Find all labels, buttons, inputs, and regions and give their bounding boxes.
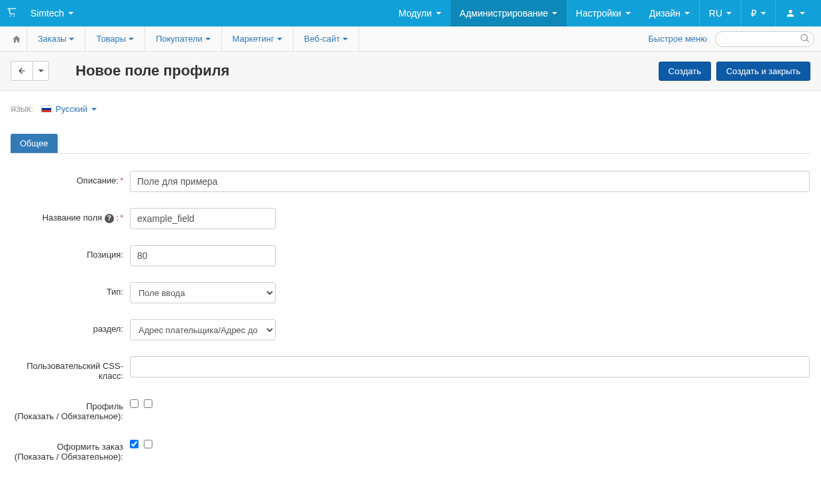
caret-icon [800, 12, 805, 15]
top-bar: Simtech Модули Администрирование Настрой… [0, 0, 821, 26]
caret-icon [626, 12, 631, 15]
search-icon[interactable] [800, 33, 810, 46]
nav-currency[interactable]: ₽ [741, 0, 775, 26]
create-button[interactable]: Создать [659, 62, 711, 81]
checkout-required-checkbox[interactable] [144, 440, 152, 448]
arrow-left-icon [17, 66, 27, 76]
label-field-name: Название поля ? :* [11, 208, 130, 223]
caret-icon [343, 38, 348, 40]
brand-label: Simtech [30, 8, 64, 19]
section-select[interactable]: Адрес плательщика/Адрес до [130, 319, 276, 340]
user-icon [785, 8, 796, 19]
checkout-show-checkbox[interactable] [130, 440, 138, 448]
label-profile: Профиль (Показать / Обязательное): [11, 397, 130, 421]
nav-modules[interactable]: Модули [389, 0, 450, 26]
sub-nav: Заказы Товары Покупатели Маркетинг Веб-с… [27, 26, 359, 52]
cart-icon [7, 7, 17, 20]
caret-icon [129, 38, 134, 40]
caret-icon [68, 12, 74, 15]
caret-icon [436, 12, 441, 15]
caret-icon [38, 70, 44, 72]
content: язык: Русский Общее Описание:* Название … [0, 91, 821, 491]
subnav-website[interactable]: Веб-сайт [294, 26, 359, 52]
quick-menu[interactable]: Быстрое меню [648, 34, 707, 44]
profile-show-checkbox[interactable] [130, 399, 138, 408]
caret-icon [277, 38, 282, 40]
back-button[interactable] [11, 61, 33, 81]
page-title: Новое поле профиля [58, 62, 649, 79]
subnav-marketing[interactable]: Маркетинг [222, 26, 294, 52]
create-close-button[interactable]: Создать и закрыть [716, 62, 810, 81]
caret-icon [726, 12, 732, 15]
subnav-products[interactable]: Товары [85, 26, 145, 52]
subnav-orders[interactable]: Заказы [27, 26, 85, 52]
svg-point-1 [13, 15, 15, 17]
tab-general[interactable]: Общее [11, 134, 58, 153]
top-nav: Модули Администрирование Настройки Дизай… [389, 0, 814, 26]
sub-bar: Заказы Товары Покупатели Маркетинг Веб-с… [0, 26, 821, 52]
language-row: язык: Русский [11, 104, 810, 114]
label-type: Тип: [11, 282, 130, 297]
label-section: раздел: [11, 319, 130, 334]
language-selector[interactable]: Русский [41, 104, 97, 114]
title-bar: Новое поле профиля Создать Создать и зак… [0, 52, 821, 91]
label-css-class: Пользовательский CSS-класс: [11, 356, 130, 381]
nav-design[interactable]: Дизайн [640, 0, 699, 26]
home-link[interactable] [7, 27, 27, 51]
nav-administration[interactable]: Администрирование [451, 0, 567, 26]
label-position: Позиция: [11, 245, 130, 260]
flag-icon [41, 105, 52, 113]
subnav-customers[interactable]: Покупатели [145, 26, 221, 52]
profile-required-checkbox[interactable] [144, 399, 152, 408]
description-input[interactable] [130, 171, 810, 192]
nav-language[interactable]: RU [699, 0, 741, 26]
language-label: язык: [11, 105, 33, 113]
label-checkout: Оформить заказ (Показать / Обязательное)… [11, 437, 130, 462]
brand-dropdown[interactable]: Simtech [27, 8, 78, 19]
field-name-input[interactable] [130, 208, 276, 229]
caret-icon [761, 12, 766, 15]
back-dropdown[interactable] [33, 61, 49, 81]
type-select[interactable]: Поле ввода [130, 282, 276, 303]
caret-icon [91, 108, 97, 111]
tabs: Общее [11, 134, 810, 154]
search-wrap [715, 31, 814, 47]
caret-icon [552, 12, 557, 15]
svg-point-0 [10, 15, 11, 17]
home-icon [12, 34, 21, 44]
css-class-input[interactable] [130, 356, 810, 378]
caret-icon [684, 12, 690, 15]
position-input[interactable] [130, 245, 276, 266]
nav-user[interactable] [775, 0, 814, 26]
caret-icon [69, 38, 74, 40]
caret-icon [205, 38, 211, 40]
nav-settings[interactable]: Настройки [567, 0, 640, 26]
label-description: Описание:* [11, 171, 130, 185]
help-icon[interactable]: ? [105, 214, 114, 223]
